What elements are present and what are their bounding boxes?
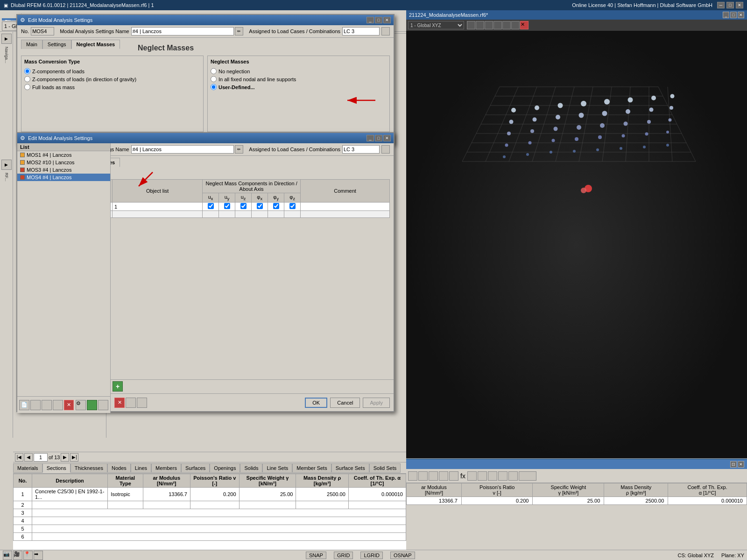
tab-sections[interactable]: Sections xyxy=(42,463,70,473)
copy-btn[interactable] xyxy=(30,400,41,410)
viewport-close[interactable]: ✕ xyxy=(738,12,744,18)
tab-membersets[interactable]: Member Sets xyxy=(292,463,331,473)
snap-btn[interactable]: SNAP xyxy=(306,552,326,559)
viewport-coord-select[interactable]: 1 - Global XYZ xyxy=(408,21,464,29)
cell-row1-phix[interactable] xyxy=(252,203,268,211)
dialog1-radio-no-neglect[interactable]: No neglection xyxy=(211,68,387,74)
dialog1-user-input[interactable] xyxy=(211,84,217,90)
prop-tool-10[interactable] xyxy=(508,471,518,481)
dialog2-delete-btn[interactable]: ✕ xyxy=(114,398,125,408)
sidebar-item-mos4[interactable]: MOS4 #4 | Lanczos xyxy=(17,174,110,181)
prop-tool-6[interactable] xyxy=(467,471,477,481)
dialog1-no-neglect-input[interactable] xyxy=(211,68,217,74)
minimize-btn[interactable]: ─ xyxy=(717,2,725,8)
dialog2-edit-btn[interactable]: ✏ xyxy=(235,145,243,154)
vp-tool-5[interactable] xyxy=(502,21,511,29)
dialog1-radio-zgrav-input[interactable] xyxy=(24,76,30,82)
viewport-minimize[interactable]: _ xyxy=(723,12,729,18)
dialog1-tab-settings[interactable]: Settings xyxy=(42,40,71,49)
chk-row1-phix[interactable] xyxy=(257,203,263,209)
vp-tool-delete[interactable]: ✕ xyxy=(520,21,529,29)
dialog2-close[interactable]: ✕ xyxy=(383,135,391,141)
dialog2-manage-btn2[interactable] xyxy=(137,398,147,408)
new-btn[interactable]: 📄 xyxy=(19,400,29,410)
dialog1-close[interactable]: ✕ xyxy=(383,17,391,23)
prop-tool-4[interactable] xyxy=(439,471,448,481)
dialog1-radio-full[interactable]: Full loads as mass xyxy=(24,84,200,90)
cell-row1-uz[interactable] xyxy=(235,203,252,211)
cam-btn-4[interactable]: ➡ xyxy=(34,551,43,560)
nav-label[interactable]: Naviga... xyxy=(4,45,9,65)
import-btn[interactable] xyxy=(42,400,52,410)
dialog1-radio-z[interactable]: Z-components of loads xyxy=(24,68,200,74)
vp-tool-1[interactable] xyxy=(467,21,475,29)
dialog1-radio-zgrav[interactable]: Z-components of loads (in direction of g… xyxy=(24,76,200,82)
cell-row1-ux[interactable] xyxy=(203,203,219,211)
tab-materials[interactable]: Materials xyxy=(13,463,42,473)
prop-tool-9[interactable] xyxy=(498,471,507,481)
chk-row1-uy[interactable] xyxy=(224,203,230,209)
settings-icon[interactable]: ⚙ xyxy=(76,400,86,410)
dialog1-minimize[interactable]: _ xyxy=(366,17,374,23)
dialog2-assigned-btn[interactable] xyxy=(381,145,390,154)
dialog2-maximize[interactable]: □ xyxy=(375,135,382,141)
close-btn[interactable]: ✕ xyxy=(736,2,743,8)
page-next[interactable]: ▶ xyxy=(61,453,69,462)
prop-tool-5[interactable] xyxy=(449,471,458,481)
osnap-btn[interactable]: OSNAP xyxy=(390,552,415,559)
page-last[interactable]: ▶| xyxy=(70,453,78,462)
ok-button[interactable]: OK xyxy=(305,398,327,408)
dialog1-maximize[interactable]: □ xyxy=(375,17,382,23)
tab-surfacesets[interactable]: Surface Sets xyxy=(331,463,369,473)
add-row-btn[interactable]: + xyxy=(113,381,123,392)
prop-tool-8[interactable] xyxy=(488,471,497,481)
grid-btn[interactable]: GRID xyxy=(334,552,353,559)
dialog1-tab-main[interactable]: Main xyxy=(21,40,42,49)
dialog1-radio-full-input[interactable] xyxy=(24,84,30,90)
prop-tool-3[interactable] xyxy=(429,471,438,481)
page-prev[interactable]: ◀ xyxy=(24,453,33,462)
props-float-btn[interactable]: ⊡ xyxy=(730,461,737,468)
panel-toggle-2[interactable]: ▶ xyxy=(1,160,12,170)
chk-row1-phiz[interactable] xyxy=(289,203,296,209)
rf-label[interactable]: RF... xyxy=(4,171,9,183)
dialog2-assigned-input[interactable] xyxy=(342,145,380,154)
dialog1-title-bar[interactable]: ⚙ Edit Modal Analysis Settings _ □ ✕ xyxy=(17,15,394,25)
maximize-btn[interactable]: □ xyxy=(726,2,734,8)
info-btn[interactable] xyxy=(98,400,108,410)
cam-btn-1[interactable]: 📷 xyxy=(3,551,12,560)
dialog2-minimize[interactable]: _ xyxy=(366,135,374,141)
prop-tool-2[interactable] xyxy=(418,471,428,481)
chk-row1-ux[interactable] xyxy=(208,203,214,209)
prop-tool-1[interactable] xyxy=(408,471,417,481)
dialog2-manage-btn1[interactable] xyxy=(126,398,136,408)
dialog2-title-bar[interactable]: ⚙ Edit Modal Analysis Settings _ □ ✕ xyxy=(17,133,394,143)
tab-linesets[interactable]: Line Sets xyxy=(262,463,292,473)
tab-nodes[interactable]: Nodes xyxy=(107,463,131,473)
vp-tool-2[interactable] xyxy=(476,21,484,29)
dialog1-no-input[interactable] xyxy=(31,27,54,35)
tab-members[interactable]: Members xyxy=(151,463,181,473)
dialog1-edit-btn[interactable]: ✏ xyxy=(235,27,243,35)
cam-btn-3[interactable]: 📍 xyxy=(23,551,33,560)
tab-lines[interactable]: Lines xyxy=(131,463,151,473)
dialog1-radio-fixed[interactable]: In all fixed nodal and line supports xyxy=(211,76,387,82)
lgrid-btn[interactable]: LGRID xyxy=(360,552,383,559)
tab-solids[interactable]: Solids xyxy=(240,463,262,473)
dialog1-radio-user[interactable]: User-Defined... xyxy=(211,84,387,90)
chk-row1-uz[interactable] xyxy=(240,203,247,209)
tab-thicknesses[interactable]: Thicknesses xyxy=(70,463,107,473)
dialog1-settings-input[interactable] xyxy=(131,27,234,35)
apply-button[interactable]: Apply xyxy=(363,398,390,408)
vp-tool-4[interactable] xyxy=(493,21,502,29)
prop-tool-11[interactable] xyxy=(519,471,536,481)
page-first[interactable]: |◀ xyxy=(15,453,23,462)
export-btn[interactable] xyxy=(53,400,63,410)
viewport-maximize[interactable]: □ xyxy=(730,12,737,18)
dialog2-settings-input[interactable] xyxy=(131,145,234,154)
sidebar-item-mos2[interactable]: MOS2 #10 | Lanczos xyxy=(17,159,110,166)
cell-row1-uy[interactable] xyxy=(219,203,235,211)
prop-tool-7[interactable] xyxy=(478,471,487,481)
sidebar-item-mos1[interactable]: MOS1 #4 | Lanczos xyxy=(17,151,110,159)
sidebar-item-mos3[interactable]: MOS3 #4 | Lanczos xyxy=(17,166,110,174)
